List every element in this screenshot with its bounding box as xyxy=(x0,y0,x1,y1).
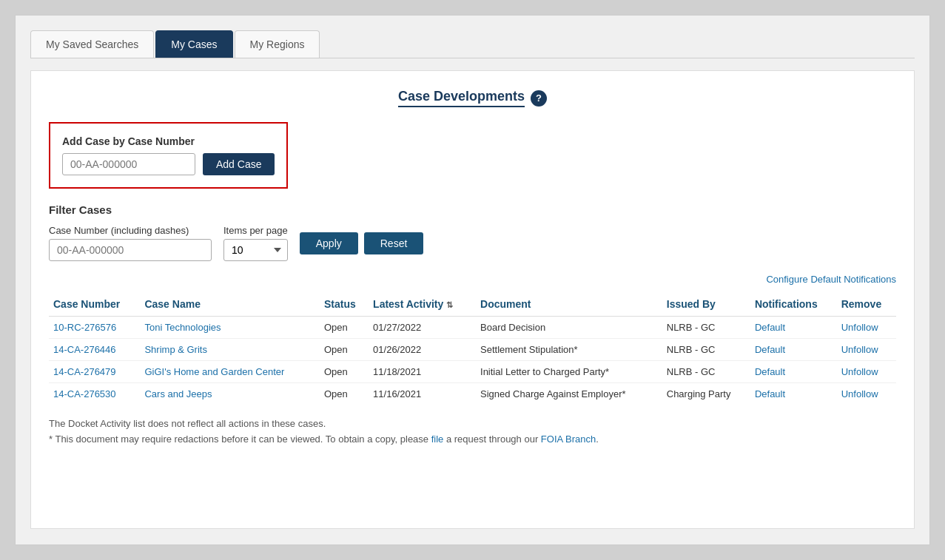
notifications-link[interactable]: Default xyxy=(755,388,785,399)
case-name-link[interactable]: Shrimp & Grits xyxy=(144,344,207,355)
cell-notifications: Default xyxy=(750,317,837,339)
filter-case-number-label: Case Number (including dashes) xyxy=(49,225,212,236)
cell-status: Open xyxy=(320,339,369,361)
filter-items-per-page-label: Items per page xyxy=(223,225,288,236)
notifications-link[interactable]: Default xyxy=(755,344,785,355)
add-case-button[interactable]: Add Case xyxy=(203,153,275,175)
tab-my-cases[interactable]: My Cases xyxy=(155,30,232,58)
cell-case-number: 10-RC-276576 xyxy=(49,317,140,339)
cell-notifications: Default xyxy=(750,339,837,361)
add-case-input[interactable] xyxy=(62,153,195,175)
foia-branch-link[interactable]: FOIA Branch xyxy=(541,434,596,445)
cell-document: Board Decision xyxy=(476,317,662,339)
cell-remove: Unfollow xyxy=(837,339,896,361)
filter-title: Filter Cases xyxy=(49,203,896,216)
cell-latest-activity: 11/16/2021 xyxy=(369,383,476,405)
cell-case-name: GiGI's Home and Garden Center xyxy=(140,361,320,383)
col-remove: Remove xyxy=(837,292,896,317)
case-number-link[interactable]: 14-CA-276479 xyxy=(53,366,116,377)
panel-title: Case Developments xyxy=(398,89,525,107)
case-number-link[interactable]: 10-RC-276576 xyxy=(53,322,116,333)
add-case-row: Add Case xyxy=(62,153,275,175)
add-case-label: Add Case by Case Number xyxy=(62,135,275,147)
unfollow-link[interactable]: Unfollow xyxy=(841,388,878,399)
footnote-1: The Docket Activity list does not reflec… xyxy=(49,416,896,432)
filter-row: Case Number (including dashes) Items per… xyxy=(49,225,896,261)
reset-button[interactable]: Reset xyxy=(364,232,424,254)
cell-notifications: Default xyxy=(750,383,837,405)
foia-link[interactable]: file xyxy=(431,434,444,445)
cell-case-number: 14-CA-276530 xyxy=(49,383,140,405)
case-number-link[interactable]: 14-CA-276530 xyxy=(53,388,116,399)
table-row: 14-CA-276446 Shrimp & Grits Open 01/26/2… xyxy=(49,339,896,361)
cell-status: Open xyxy=(320,317,369,339)
tab-my-regions[interactable]: My Regions xyxy=(235,30,320,58)
cell-issued-by: Charging Party xyxy=(662,383,750,405)
filter-section: Filter Cases Case Number (including dash… xyxy=(49,203,896,261)
cell-status: Open xyxy=(320,361,369,383)
help-icon[interactable]: ? xyxy=(531,90,547,107)
cell-case-name: Shrimp & Grits xyxy=(140,339,320,361)
case-number-link[interactable]: 14-CA-276446 xyxy=(53,344,116,355)
col-notifications: Notifications xyxy=(750,292,837,317)
unfollow-link[interactable]: Unfollow xyxy=(841,366,878,377)
table-header-row: Case Number Case Name Status Latest Acti… xyxy=(49,292,896,317)
cell-case-name: Cars and Jeeps xyxy=(140,383,320,405)
col-document: Document xyxy=(476,292,662,317)
configure-link-row: Configure Default Notifications xyxy=(49,273,896,285)
col-issued-by: Issued By xyxy=(662,292,750,317)
cases-table: Case Number Case Name Status Latest Acti… xyxy=(49,292,896,405)
cell-remove: Unfollow xyxy=(837,317,896,339)
cell-issued-by: NLRB - GC xyxy=(662,339,750,361)
panel-header: Case Developments ? xyxy=(49,89,896,107)
cell-case-number: 14-CA-276479 xyxy=(49,361,140,383)
unfollow-link[interactable]: Unfollow xyxy=(841,322,878,333)
cell-latest-activity: 01/27/2022 xyxy=(369,317,476,339)
cell-document: Signed Charge Against Employer* xyxy=(476,383,662,405)
cell-notifications: Default xyxy=(750,361,837,383)
col-status: Status xyxy=(320,292,369,317)
col-case-number: Case Number xyxy=(49,292,140,317)
cell-issued-by: NLRB - GC xyxy=(662,317,750,339)
add-case-box: Add Case by Case Number Add Case xyxy=(49,122,288,189)
filter-case-number-input[interactable] xyxy=(49,239,212,261)
table-row: 10-RC-276576 Toni Technologies Open 01/2… xyxy=(49,317,896,339)
filter-items-per-page-group: Items per page 10 25 50 100 xyxy=(223,225,288,261)
cell-latest-activity: 01/26/2022 xyxy=(369,339,476,361)
footnotes: The Docket Activity list does not reflec… xyxy=(49,416,896,448)
cell-case-name: Toni Technologies xyxy=(140,317,320,339)
configure-default-notifications-link[interactable]: Configure Default Notifications xyxy=(766,274,896,285)
tabs: My Saved Searches My Cases My Regions xyxy=(30,30,915,58)
case-name-link[interactable]: Cars and Jeeps xyxy=(144,388,212,399)
apply-button[interactable]: Apply xyxy=(300,232,358,254)
tab-saved-searches[interactable]: My Saved Searches xyxy=(30,30,154,58)
main-panel: Case Developments ? Add Case by Case Num… xyxy=(30,70,915,529)
cell-issued-by: NLRB - GC xyxy=(662,361,750,383)
cell-latest-activity: 11/18/2021 xyxy=(369,361,476,383)
col-latest-activity[interactable]: Latest Activity ⇅ xyxy=(369,292,476,317)
cell-document: Initial Letter to Charged Party* xyxy=(476,361,662,383)
cell-document: Settlement Stipulation* xyxy=(476,339,662,361)
table-row: 14-CA-276530 Cars and Jeeps Open 11/16/2… xyxy=(49,383,896,405)
footnote-2: * This document may require redactions b… xyxy=(49,432,896,448)
cell-case-number: 14-CA-276446 xyxy=(49,339,140,361)
filter-buttons: Apply Reset xyxy=(300,232,424,254)
outer-container: My Saved Searches My Cases My Regions Ca… xyxy=(15,15,930,545)
notifications-link[interactable]: Default xyxy=(755,322,785,333)
unfollow-link[interactable]: Unfollow xyxy=(841,344,878,355)
cell-remove: Unfollow xyxy=(837,383,896,405)
sort-icon: ⇅ xyxy=(446,300,453,309)
col-case-name: Case Name xyxy=(140,292,320,317)
notifications-link[interactable]: Default xyxy=(755,366,785,377)
filter-case-number-group: Case Number (including dashes) xyxy=(49,225,212,261)
case-name-link[interactable]: Toni Technologies xyxy=(144,322,221,333)
items-per-page-select[interactable]: 10 25 50 100 xyxy=(223,239,288,261)
case-name-link[interactable]: GiGI's Home and Garden Center xyxy=(144,366,284,377)
cell-remove: Unfollow xyxy=(837,361,896,383)
table-row: 14-CA-276479 GiGI's Home and Garden Cent… xyxy=(49,361,896,383)
cell-status: Open xyxy=(320,383,369,405)
